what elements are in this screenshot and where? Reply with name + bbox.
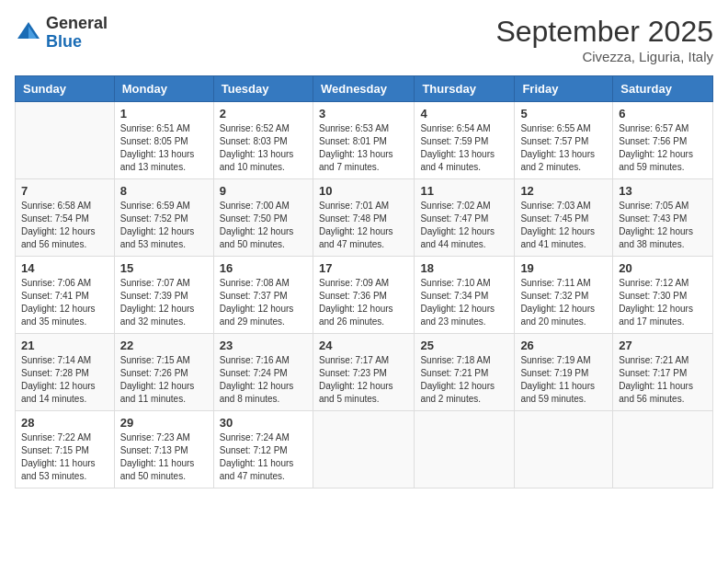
calendar-cell: 14Sunrise: 7:06 AMSunset: 7:41 PMDayligh…: [16, 257, 115, 334]
calendar-cell: [313, 411, 414, 488]
logo: General Blue: [15, 15, 108, 52]
calendar-cell: 16Sunrise: 7:08 AMSunset: 7:37 PMDayligh…: [213, 257, 313, 334]
day-info: Sunrise: 7:17 AMSunset: 7:23 PMDaylight:…: [319, 354, 408, 406]
calendar-cell: [515, 411, 613, 488]
day-info: Sunrise: 7:14 AMSunset: 7:28 PMDaylight:…: [21, 354, 108, 406]
day-info: Sunrise: 6:52 AMSunset: 8:03 PMDaylight:…: [220, 122, 307, 174]
calendar-cell: 23Sunrise: 7:16 AMSunset: 7:24 PMDayligh…: [213, 334, 313, 411]
day-number: 9: [220, 184, 307, 198]
day-header-sunday: Sunday: [16, 76, 115, 102]
logo-icon: [15, 19, 42, 47]
day-number: 19: [520, 261, 607, 275]
day-number: 17: [319, 261, 408, 275]
day-info: Sunrise: 7:24 AMSunset: 7:12 PMDaylight:…: [220, 431, 307, 483]
calendar-cell: 9Sunrise: 7:00 AMSunset: 7:50 PMDaylight…: [213, 179, 313, 257]
day-number: 4: [420, 107, 508, 121]
day-number: 27: [619, 339, 707, 352]
day-info: Sunrise: 7:23 AMSunset: 7:13 PMDaylight:…: [120, 431, 208, 483]
calendar-cell: 18Sunrise: 7:10 AMSunset: 7:34 PMDayligh…: [415, 257, 515, 334]
calendar-cell: 3Sunrise: 6:53 AMSunset: 8:01 PMDaylight…: [313, 102, 414, 179]
day-number: 7: [21, 184, 108, 198]
calendar-cell: 4Sunrise: 6:54 AMSunset: 7:59 PMDaylight…: [415, 102, 515, 179]
calendar-cell: 5Sunrise: 6:55 AMSunset: 7:57 PMDaylight…: [515, 102, 613, 179]
day-info: Sunrise: 7:06 AMSunset: 7:41 PMDaylight:…: [21, 277, 108, 328]
calendar-cell: 8Sunrise: 6:59 AMSunset: 7:52 PMDaylight…: [114, 179, 213, 257]
day-info: Sunrise: 7:15 AMSunset: 7:26 PMDaylight:…: [120, 354, 208, 406]
day-number: 6: [619, 107, 707, 121]
day-number: 11: [420, 184, 508, 198]
day-number: 5: [520, 107, 607, 121]
day-header-friday: Friday: [515, 76, 613, 102]
calendar-cell: 19Sunrise: 7:11 AMSunset: 7:32 PMDayligh…: [515, 257, 613, 334]
calendar-week-row: 14Sunrise: 7:06 AMSunset: 7:41 PMDayligh…: [16, 257, 713, 334]
calendar-week-row: 21Sunrise: 7:14 AMSunset: 7:28 PMDayligh…: [16, 334, 713, 411]
day-info: Sunrise: 7:19 AMSunset: 7:19 PMDaylight:…: [520, 354, 607, 406]
day-number: 2: [220, 107, 307, 121]
day-info: Sunrise: 6:58 AMSunset: 7:54 PMDaylight:…: [21, 200, 108, 251]
day-info: Sunrise: 6:57 AMSunset: 7:56 PMDaylight:…: [619, 122, 707, 174]
day-number: 21: [21, 339, 108, 352]
calendar-cell: [16, 102, 115, 179]
day-info: Sunrise: 6:54 AMSunset: 7:59 PMDaylight:…: [420, 122, 508, 174]
day-info: Sunrise: 7:12 AMSunset: 7:30 PMDaylight:…: [619, 277, 707, 328]
day-info: Sunrise: 7:18 AMSunset: 7:21 PMDaylight:…: [420, 354, 508, 406]
calendar-cell: 12Sunrise: 7:03 AMSunset: 7:45 PMDayligh…: [515, 179, 613, 257]
calendar-week-row: 7Sunrise: 6:58 AMSunset: 7:54 PMDaylight…: [16, 179, 713, 257]
day-info: Sunrise: 7:16 AMSunset: 7:24 PMDaylight:…: [220, 354, 307, 406]
day-info: Sunrise: 6:55 AMSunset: 7:57 PMDaylight:…: [520, 122, 607, 174]
day-header-thursday: Thursday: [415, 76, 515, 102]
day-info: Sunrise: 6:51 AMSunset: 8:05 PMDaylight:…: [120, 122, 208, 174]
day-number: 1: [120, 107, 208, 121]
calendar-week-row: 28Sunrise: 7:22 AMSunset: 7:15 PMDayligh…: [16, 411, 713, 488]
day-number: 12: [520, 184, 607, 198]
day-info: Sunrise: 7:02 AMSunset: 7:47 PMDaylight:…: [420, 200, 508, 251]
day-number: 14: [21, 261, 108, 275]
calendar-cell: 25Sunrise: 7:18 AMSunset: 7:21 PMDayligh…: [415, 334, 515, 411]
day-info: Sunrise: 7:11 AMSunset: 7:32 PMDaylight:…: [520, 277, 607, 328]
day-info: Sunrise: 7:10 AMSunset: 7:34 PMDaylight:…: [420, 277, 508, 328]
logo-text: General Blue: [46, 15, 108, 52]
day-info: Sunrise: 7:05 AMSunset: 7:43 PMDaylight:…: [619, 200, 707, 251]
day-info: Sunrise: 7:03 AMSunset: 7:45 PMDaylight:…: [520, 200, 607, 251]
day-number: 3: [319, 107, 408, 121]
calendar-cell: 6Sunrise: 6:57 AMSunset: 7:56 PMDaylight…: [613, 102, 713, 179]
day-number: 25: [420, 339, 508, 352]
day-info: Sunrise: 6:53 AMSunset: 8:01 PMDaylight:…: [319, 122, 408, 174]
day-number: 29: [120, 416, 208, 430]
calendar-header-row: SundayMondayTuesdayWednesdayThursdayFrid…: [16, 76, 713, 102]
calendar-cell: 10Sunrise: 7:01 AMSunset: 7:48 PMDayligh…: [313, 179, 414, 257]
calendar-cell: 1Sunrise: 6:51 AMSunset: 8:05 PMDaylight…: [114, 102, 213, 179]
day-info: Sunrise: 7:07 AMSunset: 7:39 PMDaylight:…: [120, 277, 208, 328]
month-title: September 2025: [495, 15, 713, 49]
calendar-cell: 28Sunrise: 7:22 AMSunset: 7:15 PMDayligh…: [16, 411, 115, 488]
calendar-week-row: 1Sunrise: 6:51 AMSunset: 8:05 PMDaylight…: [16, 102, 713, 179]
calendar-cell: 24Sunrise: 7:17 AMSunset: 7:23 PMDayligh…: [313, 334, 414, 411]
calendar-cell: 15Sunrise: 7:07 AMSunset: 7:39 PMDayligh…: [114, 257, 213, 334]
calendar-cell: [415, 411, 515, 488]
calendar-cell: 26Sunrise: 7:19 AMSunset: 7:19 PMDayligh…: [515, 334, 613, 411]
day-number: 16: [220, 261, 307, 275]
day-header-monday: Monday: [114, 76, 213, 102]
location-title: Civezza, Liguria, Italy: [495, 49, 713, 64]
day-info: Sunrise: 7:21 AMSunset: 7:17 PMDaylight:…: [619, 354, 707, 406]
day-number: 13: [619, 184, 707, 198]
day-header-saturday: Saturday: [613, 76, 713, 102]
day-number: 18: [420, 261, 508, 275]
day-number: 28: [21, 416, 108, 430]
calendar-cell: 20Sunrise: 7:12 AMSunset: 7:30 PMDayligh…: [613, 257, 713, 334]
day-number: 8: [120, 184, 208, 198]
day-number: 20: [619, 261, 707, 275]
day-number: 26: [520, 339, 607, 352]
calendar-cell: 13Sunrise: 7:05 AMSunset: 7:43 PMDayligh…: [613, 179, 713, 257]
day-info: Sunrise: 7:00 AMSunset: 7:50 PMDaylight:…: [220, 200, 307, 251]
page-header: General Blue September 2025 Civezza, Lig…: [15, 15, 713, 64]
day-info: Sunrise: 7:08 AMSunset: 7:37 PMDaylight:…: [220, 277, 307, 328]
day-number: 23: [220, 339, 307, 352]
day-header-wednesday: Wednesday: [313, 76, 414, 102]
day-info: Sunrise: 7:01 AMSunset: 7:48 PMDaylight:…: [319, 200, 408, 251]
day-number: 30: [220, 416, 307, 430]
day-number: 24: [319, 339, 408, 352]
day-number: 15: [120, 261, 208, 275]
day-number: 10: [319, 184, 408, 198]
calendar-cell: 22Sunrise: 7:15 AMSunset: 7:26 PMDayligh…: [114, 334, 213, 411]
